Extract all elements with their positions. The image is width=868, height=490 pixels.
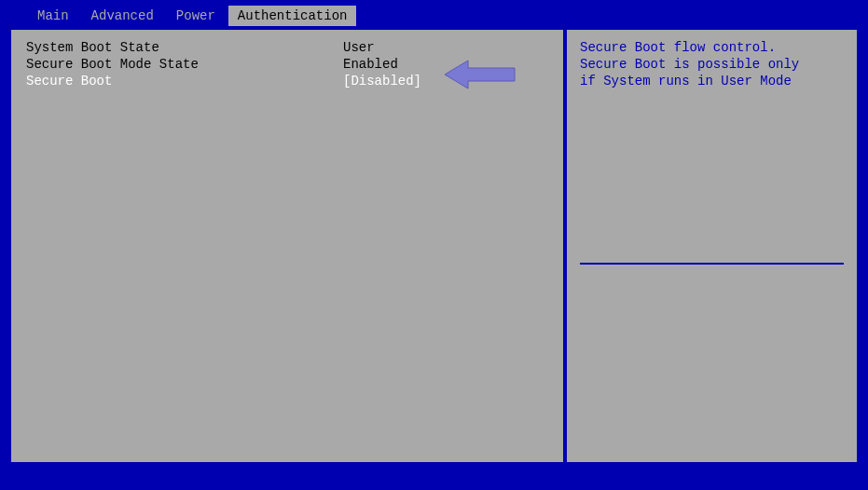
- tab-main[interactable]: Main: [28, 6, 78, 26]
- setting-label: Secure Boot: [26, 73, 343, 89]
- tab-power[interactable]: Power: [167, 6, 225, 26]
- bios-setup-utility: Main Advanced Power Authentication Syste…: [0, 0, 868, 490]
- tab-bar: Main Advanced Power Authentication: [0, 0, 868, 26]
- help-text: Secure Boot flow control. Secure Boot is…: [567, 30, 857, 274]
- help-divider: [580, 263, 844, 265]
- tab-advanced[interactable]: Advanced: [82, 6, 163, 26]
- help-bottom: [567, 274, 857, 462]
- setting-label: System Boot State: [26, 39, 343, 56]
- tab-authentication[interactable]: Authentication: [228, 6, 357, 26]
- setting-value: Enabled: [343, 56, 398, 73]
- bottom-bar: [0, 473, 868, 490]
- setting-value: User: [343, 39, 375, 56]
- setting-label: Secure Boot Mode State: [26, 56, 343, 73]
- help-line: Secure Boot flow control.: [580, 39, 844, 56]
- help-panel: Secure Boot flow control. Secure Boot is…: [565, 28, 859, 464]
- help-line: if System runs in User Mode: [580, 73, 844, 89]
- settings-panel: System Boot State User Secure Boot Mode …: [9, 28, 565, 464]
- help-line: Secure Boot is possible only: [580, 56, 844, 73]
- setting-value: [Disabled]: [343, 73, 421, 89]
- annotation-arrow-icon: [445, 56, 519, 93]
- main-area: System Boot State User Secure Boot Mode …: [7, 26, 861, 466]
- setting-system-boot-state: System Boot State User: [26, 39, 548, 56]
